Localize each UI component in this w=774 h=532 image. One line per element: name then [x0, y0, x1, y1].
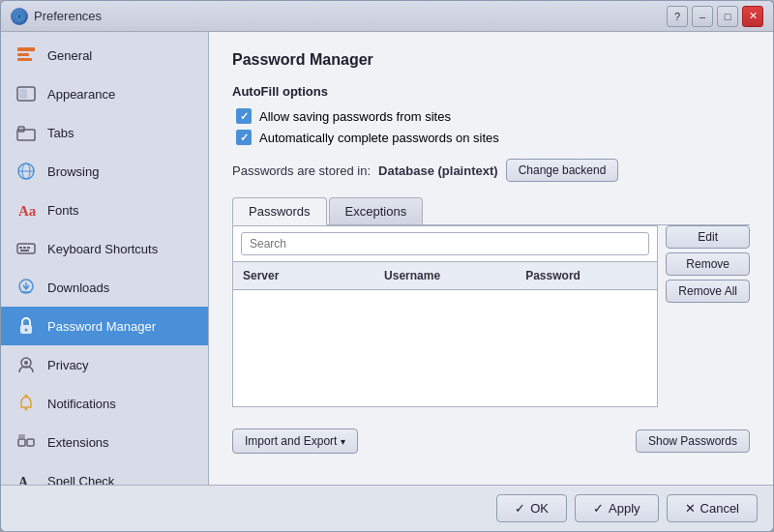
table-container-wrapper: Server Username Password — [232, 225, 658, 419]
sidebar-label-keyboard: Keyboard Shortcuts — [47, 242, 158, 256]
sidebar-item-appearance[interactable]: Appearance — [1, 74, 208, 113]
close-button[interactable]: ✕ — [742, 6, 763, 27]
privacy-icon — [15, 353, 38, 376]
checkbox-autocomplete-label: Automatically complete passwords on site… — [259, 131, 499, 145]
sidebar-item-tabs[interactable]: Tabs — [1, 113, 208, 152]
sidebar-item-extensions[interactable]: Extensions — [1, 423, 208, 461]
tab-passwords[interactable]: Passwords — [232, 197, 327, 225]
search-row — [233, 226, 657, 262]
sidebar-item-general[interactable]: General — [1, 36, 208, 74]
sidebar-item-browsing[interactable]: Browsing — [1, 152, 208, 191]
storage-label: Passwords are stored in: — [232, 163, 371, 178]
remove-all-button[interactable]: Remove All — [666, 280, 750, 303]
sidebar-label-appearance: Appearance — [47, 87, 115, 102]
remove-button[interactable]: Remove — [666, 252, 750, 276]
sidebar-item-downloads[interactable]: Downloads — [1, 268, 208, 307]
dropdown-arrow-icon: ▾ — [341, 436, 345, 447]
sidebar-item-fonts[interactable]: Aa Fonts — [1, 191, 208, 229]
sidebar-label-privacy: Privacy — [47, 358, 89, 372]
cancel-label: Cancel — [700, 501, 739, 516]
svg-text:Aa: Aa — [18, 203, 37, 219]
sidebar: General Appearance Tab — [1, 32, 209, 485]
svg-point-25 — [25, 408, 28, 411]
sidebar-label-extensions: Extensions — [47, 435, 109, 450]
appearance-icon — [15, 82, 38, 105]
maximize-button[interactable]: □ — [717, 6, 738, 27]
sidebar-label-tabs: Tabs — [47, 126, 74, 140]
general-icon — [15, 44, 38, 67]
titlebar: Preferences ? – □ ✕ — [1, 1, 773, 32]
svg-rect-4 — [17, 58, 32, 61]
checkbox-allow-saving-label: Allow saving passwords from sites — [259, 109, 451, 124]
sidebar-label-password: Password Manager — [47, 319, 156, 334]
svg-point-22 — [25, 329, 28, 332]
ok-icon: ✓ — [515, 501, 525, 516]
storage-value: Database (plaintext) — [378, 163, 498, 178]
ok-button[interactable]: ✓ OK — [496, 494, 567, 522]
svg-rect-16 — [27, 247, 30, 249]
checkbox-row-1: Allow saving passwords from sites — [232, 108, 750, 124]
checkbox-autocomplete[interactable] — [236, 130, 252, 145]
svg-rect-3 — [17, 53, 29, 56]
sidebar-label-fonts: Fonts — [47, 203, 79, 218]
search-input[interactable] — [241, 232, 649, 255]
help-button[interactable]: ? — [667, 6, 688, 27]
browsing-icon — [15, 160, 38, 183]
checkbox-row-2: Automatically complete passwords on site… — [232, 130, 750, 145]
action-buttons: Edit Remove Remove All — [666, 225, 750, 303]
svg-rect-2 — [17, 47, 35, 51]
spellcheck-icon: A — [15, 469, 38, 485]
checkbox-allow-saving[interactable] — [236, 108, 252, 124]
fonts-icon: Aa — [15, 198, 38, 222]
keyboard-icon — [15, 237, 38, 260]
sidebar-item-privacy[interactable]: Privacy — [1, 345, 208, 384]
sidebar-item-keyboard[interactable]: Keyboard Shortcuts — [1, 229, 208, 268]
sidebar-label-general: General — [47, 48, 92, 63]
downloads-icon — [15, 276, 38, 299]
svg-text:A: A — [18, 475, 29, 485]
autofill-section-title: AutoFill options — [232, 84, 750, 99]
svg-point-24 — [24, 361, 28, 365]
notifications-icon — [15, 392, 38, 415]
minimize-button[interactable]: – — [692, 6, 713, 27]
page-title: Password Manager — [232, 51, 750, 69]
app-icon — [11, 8, 28, 25]
table-header: Server Username Password — [233, 262, 657, 290]
svg-rect-6 — [19, 89, 27, 99]
sidebar-item-spellcheck[interactable]: A Spell Check — [1, 461, 208, 485]
import-export-label: Import and Export — [245, 434, 337, 448]
table-body — [233, 290, 657, 406]
bottom-row: Import and Export ▾ Show Passwords — [232, 429, 750, 454]
preferences-window: Preferences ? – □ ✕ General — [0, 0, 774, 532]
apply-label: Apply — [609, 501, 640, 516]
footer: ✓ OK ✓ Apply ✕ Cancel — [1, 485, 773, 531]
storage-row: Passwords are stored in: Database (plain… — [232, 159, 750, 182]
apply-button[interactable]: ✓ Apply — [575, 494, 659, 522]
main-panel: Password Manager AutoFill options Allow … — [209, 32, 773, 485]
password-table: Server Username Password — [232, 225, 658, 407]
col-server: Server — [233, 267, 374, 284]
import-export-button[interactable]: Import and Export ▾ — [232, 429, 358, 454]
extensions-icon — [15, 430, 38, 454]
window-title: Preferences — [34, 9, 102, 23]
show-passwords-button[interactable]: Show Passwords — [636, 429, 750, 453]
tab-exceptions[interactable]: Exceptions — [329, 197, 424, 224]
svg-rect-28 — [27, 439, 34, 446]
apply-icon: ✓ — [593, 501, 604, 516]
svg-rect-15 — [23, 247, 26, 249]
sidebar-label-spellcheck: Spell Check — [47, 474, 114, 486]
svg-point-1 — [17, 15, 21, 18]
edit-button[interactable]: Edit — [666, 225, 750, 249]
svg-rect-29 — [18, 434, 25, 438]
col-password: Password — [516, 267, 657, 284]
titlebar-left: Preferences — [11, 8, 102, 25]
cancel-button[interactable]: ✕ Cancel — [667, 494, 758, 522]
sidebar-item-password[interactable]: Password Manager — [1, 307, 208, 345]
change-backend-button[interactable]: Change backend — [506, 159, 619, 182]
svg-point-26 — [25, 395, 28, 398]
col-username: Username — [374, 267, 516, 284]
sidebar-item-notifications[interactable]: Notifications — [1, 384, 208, 423]
cancel-icon: ✕ — [685, 501, 696, 516]
sidebar-label-notifications: Notifications — [47, 397, 116, 411]
ok-label: OK — [530, 501, 549, 516]
